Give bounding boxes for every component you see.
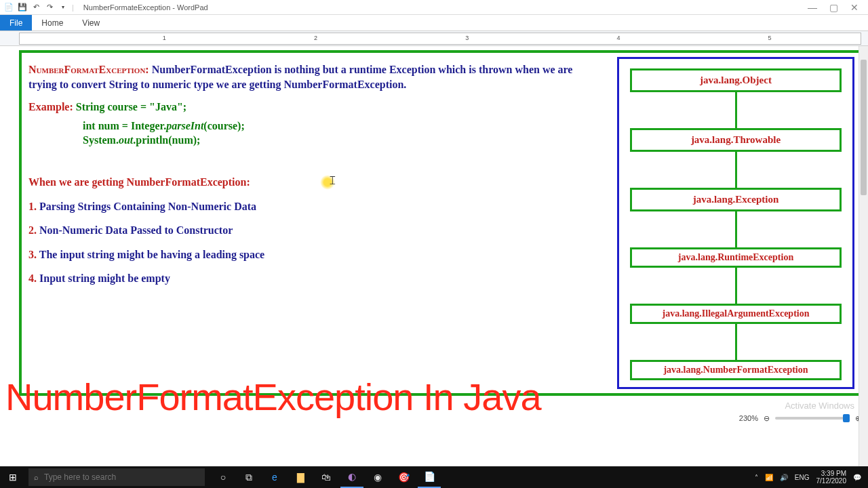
network-icon[interactable]: 📶 [765, 474, 773, 481]
page-frame: NumberFormatException: NumberFormatExcep… [19, 50, 863, 396]
connector-line [735, 268, 737, 304]
maximize-button[interactable]: ▢ [829, 2, 838, 13]
search-icon: ⌕ [34, 473, 39, 481]
eclipse-icon[interactable]: ◐ [340, 466, 363, 488]
connector-line [735, 152, 737, 188]
taskbar-search[interactable]: ⌕ [28, 468, 205, 486]
redo-icon[interactable]: ↷ [45, 3, 54, 12]
wordpad-icon: 📄 [4, 3, 14, 12]
start-button[interactable]: ⊞ [0, 466, 26, 488]
zoom-out-button[interactable]: ⊖ [764, 414, 770, 423]
tray-chevron-icon[interactable]: ˄ [755, 474, 758, 481]
connector-line [735, 324, 737, 360]
minimize-button[interactable]: — [808, 2, 817, 13]
code-line-1: String course = "Java"; [76, 101, 186, 113]
qat-dropdown-icon[interactable]: ▾ [58, 3, 68, 12]
hierarchy-box: java.lang.Exception [630, 188, 842, 211]
taskbar-pinned-apps: ○ ⧉ e ▇ 🛍 ◐ ◉ 🎯 📄 [212, 466, 441, 488]
ruler[interactable]: 1 2 3 4 5 [19, 33, 861, 45]
taskview-icon[interactable]: ⧉ [237, 466, 260, 488]
undo-icon[interactable]: ↶ [31, 3, 41, 12]
text-cursor-icon: 𝙸 [328, 172, 337, 188]
content-left[interactable]: NumberFormatException: NumberFormatExcep… [22, 53, 614, 393]
wordpad-statusbar: 230% ⊖ ⊕ [739, 411, 861, 426]
search-input[interactable] [44, 472, 199, 482]
language-indicator[interactable]: ENG [795, 474, 810, 481]
clock[interactable]: 3:39 PM 7/12/2020 [816, 470, 847, 485]
explorer-icon[interactable]: ▇ [289, 466, 312, 488]
zoom-value: 230% [739, 414, 758, 422]
wordpad-task-icon[interactable]: 📄 [418, 466, 441, 488]
close-button[interactable]: ✕ [850, 2, 859, 13]
hierarchy-box: java.lang.RuntimeException [630, 247, 842, 268]
system-tray: ˄ 📶 🔊 ENG 3:39 PM 7/12/2020 💬 [755, 470, 868, 485]
hierarchy-box: java.lang.IllegalArgumentException [630, 304, 842, 324]
vertical-scrollbar[interactable] [859, 46, 868, 466]
zoom-slider[interactable] [775, 417, 850, 420]
tab-home[interactable]: Home [32, 15, 73, 30]
notifications-icon[interactable]: 💬 [853, 474, 861, 481]
overlay-title: NumberFormatException In Java [5, 375, 863, 419]
windows-taskbar: ⊞ ⌕ ○ ⧉ e ▇ 🛍 ◐ ◉ 🎯 📄 ˄ 📶 🔊 ENG 3:39 PM … [0, 466, 868, 488]
heading-label: NumberFormatException: [28, 64, 149, 75]
tab-view[interactable]: View [73, 15, 109, 30]
store-icon[interactable]: 🛍 [315, 466, 338, 488]
example-label: Example: [28, 101, 73, 113]
activate-windows-watermark: Activate Windows [785, 401, 854, 411]
hierarchy-box: java.lang.Object [630, 68, 842, 92]
hierarchy-box: java.lang.Throwable [630, 128, 842, 152]
edge-icon[interactable]: e [263, 466, 286, 488]
chrome-icon[interactable]: ◉ [366, 466, 389, 488]
window-title: NumberFormateException - WordPad [78, 3, 798, 12]
ribbon-tabs: File Home View [0, 15, 868, 31]
when-heading: When we are getting NumberFormatExceptio… [28, 175, 604, 190]
document-area[interactable]: NumberFormatException: NumberFormatExcep… [0, 46, 868, 446]
tab-file[interactable]: File [0, 15, 32, 30]
ruler-row: 1 2 3 4 5 [0, 31, 868, 46]
save-icon[interactable]: 💾 [18, 3, 27, 12]
connector-line [735, 92, 737, 128]
cortana-icon[interactable]: ○ [212, 466, 235, 488]
connector-line [735, 211, 737, 247]
quick-access-toolbar: 📄 💾 ↶ ↷ ▾ | [0, 3, 78, 12]
volume-icon[interactable]: 🔊 [780, 474, 788, 481]
app-icon[interactable]: 🎯 [392, 466, 415, 488]
titlebar: 📄 💾 ↶ ↷ ▾ | NumberFormateException - Wor… [0, 0, 868, 15]
hierarchy-panel: java.lang.Object java.lang.Throwable jav… [617, 57, 854, 389]
code-block: int num = Integer.parseInt(course); Syst… [83, 119, 604, 148]
